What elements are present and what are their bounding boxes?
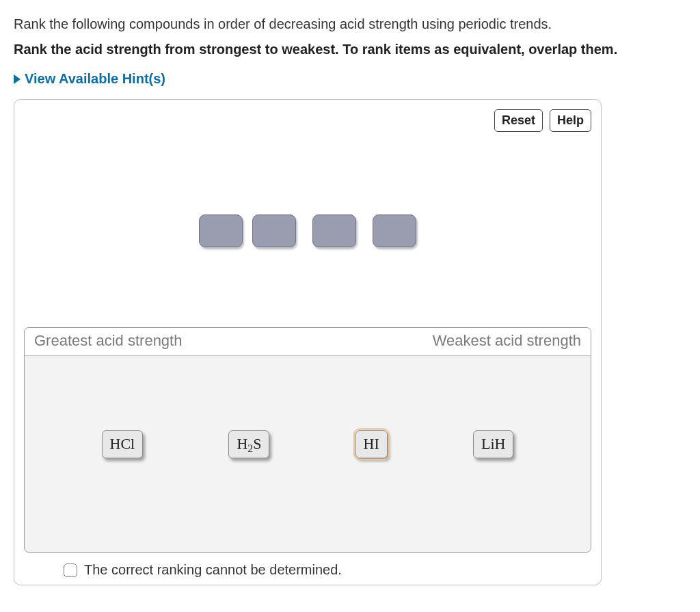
ranking-panel: Reset Help Greatest acid strength Weakes… xyxy=(14,99,602,585)
ranking-drop-zone[interactable]: Greatest acid strength Weakest acid stre… xyxy=(24,327,591,553)
cannot-determine-row[interactable]: The correct ranking cannot be determined… xyxy=(64,562,591,578)
cannot-determine-label: The correct ranking cannot be determined… xyxy=(84,562,342,578)
rank-slot[interactable] xyxy=(199,214,243,247)
zone-right-label: Weakest acid strength xyxy=(433,332,581,350)
rank-slot[interactable] xyxy=(373,214,416,247)
intro-text: Rank the following compounds in order of… xyxy=(14,15,686,33)
checkbox-icon[interactable] xyxy=(64,564,77,577)
panel-toolbar: Reset Help xyxy=(24,109,591,132)
caret-right-icon xyxy=(14,74,21,84)
compound-token-hi[interactable]: HI xyxy=(355,430,388,458)
view-hints-label: View Available Hint(s) xyxy=(25,71,165,87)
zone-header: Greatest acid strength Weakest acid stre… xyxy=(25,328,591,356)
compound-token-lih[interactable]: LiH xyxy=(473,430,513,458)
staging-area[interactable] xyxy=(24,136,591,327)
reset-button[interactable]: Reset xyxy=(494,109,543,132)
slot-row xyxy=(24,214,591,247)
compound-token-hcl[interactable]: HCl xyxy=(102,430,144,458)
zone-left-label: Greatest acid strength xyxy=(34,332,182,350)
help-button[interactable]: Help xyxy=(550,109,591,132)
view-hints-toggle[interactable]: View Available Hint(s) xyxy=(14,71,165,87)
rank-slot[interactable] xyxy=(312,214,356,247)
token-row: HCl H2S HI LiH xyxy=(25,430,591,458)
rank-slot[interactable] xyxy=(252,214,296,247)
compound-token-h2s[interactable]: H2S xyxy=(228,430,269,458)
instruction-text: Rank the acid strength from strongest to… xyxy=(14,40,686,59)
